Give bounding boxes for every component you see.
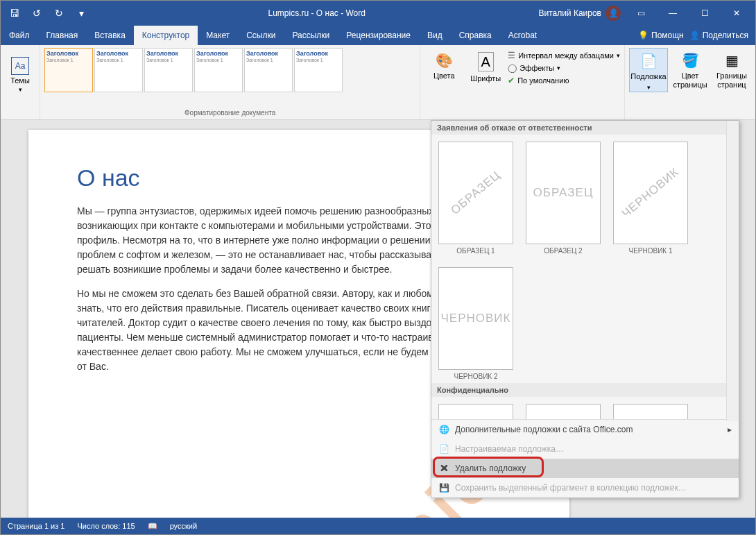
style-set-4[interactable]: ЗаголовокЗаголовок 1	[194, 48, 243, 92]
watermark-option-draft-2[interactable]: ЧЕРНОВИК ЧЕРНОВИК 2	[438, 267, 513, 380]
style-set-5[interactable]: ЗаголовокЗаголовок 1	[244, 48, 293, 92]
dropdown-scrollbar[interactable]	[726, 121, 739, 421]
watermark-button[interactable]: 📄Подложка▾	[629, 48, 668, 92]
page-color-button[interactable]: 🪣Цвет страницы	[671, 48, 710, 90]
dd-section-confidential: Конфиденциально	[431, 383, 739, 397]
chevron-down-icon: ▾	[19, 86, 22, 93]
maximize-button[interactable]: ☐	[689, 1, 721, 26]
spacing-icon: ☰	[508, 51, 515, 60]
fonts-icon: A	[478, 52, 494, 71]
more-watermarks-office[interactable]: 🌐Дополнительные подложки с сайта Office.…	[431, 420, 739, 439]
app-window: 🖫 ↺ ↻ ▾ Lumpics.ru - О нас - Word Витали…	[0, 0, 756, 535]
save-icon[interactable]: 🖫	[5, 3, 24, 23]
fonts-button[interactable]: AШрифты	[466, 48, 505, 83]
tab-mailings[interactable]: Рассылки	[284, 26, 338, 45]
group-label-formatting: Форматирование документа	[44, 108, 415, 118]
globe-icon: 🌐	[438, 424, 449, 435]
watermark-icon: 📄	[640, 53, 658, 69]
tab-insert[interactable]: Вставка	[86, 26, 134, 45]
watermark-option-conf-1[interactable]	[438, 404, 513, 419]
status-bar: Страница 1 из 1 Число слов: 115 📖 русски…	[1, 518, 755, 534]
page-icon: 📄	[438, 443, 449, 455]
style-set-2[interactable]: ЗаголовокЗаголовок 1	[94, 48, 143, 92]
tell-me[interactable]: 💡Помощн	[638, 31, 684, 40]
check-icon: ✔	[508, 76, 515, 85]
document-formatting-group: ЗаголовокЗаголовок 1 ЗаголовокЗаголовок …	[40, 45, 420, 119]
themes-group: Aa Темы ▾	[1, 45, 40, 119]
bucket-icon: 🪣	[682, 52, 699, 69]
tab-file[interactable]: Файл	[1, 26, 38, 45]
dd-section-disclaimers: Заявления об отказе от ответственности	[431, 121, 739, 135]
chevron-down-icon: ▾	[647, 84, 651, 92]
window-title: Lumpics.ru - О нас - Word	[95, 8, 538, 18]
style-set-1[interactable]: ЗаголовокЗаголовок 1	[44, 48, 93, 92]
ribbon: Aa Темы ▾ ЗаголовокЗаголовок 1 Заголовок…	[1, 45, 755, 120]
qat-more-icon[interactable]: ▾	[71, 3, 91, 23]
tab-help[interactable]: Справка	[451, 26, 500, 45]
share-icon: 👤	[689, 31, 700, 40]
watermark-dropdown: Заявления об отказе от ответственности О…	[431, 120, 739, 498]
watermark-option-sample-1[interactable]: ОБРАЗЕЦ ОБРАЗЕЦ 1	[438, 142, 513, 255]
page-borders-button[interactable]: ▦Границы страниц	[712, 48, 751, 90]
style-gallery[interactable]: ЗаголовокЗаголовок 1 ЗаголовокЗаголовок …	[44, 48, 343, 92]
status-page[interactable]: Страница 1 из 1	[8, 522, 65, 530]
themes-icon: Aa	[11, 57, 29, 75]
watermark-option-draft-1[interactable]: ЧЕРНОВИК ЧЕРНОВИК 1	[613, 142, 688, 255]
themes-button[interactable]: Aa Темы ▾	[5, 48, 35, 102]
redo-icon[interactable]: ↻	[49, 3, 69, 23]
tab-references[interactable]: Ссылки	[238, 26, 284, 45]
watermark-option-conf-3[interactable]	[613, 404, 688, 419]
watermark-option-sample-2[interactable]: ОБРАЗЕЦ ОБРАЗЕЦ 2	[526, 142, 601, 255]
proofing-icon[interactable]: 📖	[148, 522, 157, 531]
effects-icon: ◯	[508, 63, 517, 73]
quick-access-toolbar: 🖫 ↺ ↻ ▾	[1, 3, 95, 23]
custom-watermark[interactable]: 📄Настраиваемая подложка…	[431, 439, 739, 459]
ribbon-tabs: Файл Главная Вставка Конструктор Макет С…	[1, 26, 755, 45]
save-icon: 💾	[438, 482, 449, 493]
tutorial-highlight	[433, 457, 544, 477]
tab-review[interactable]: Рецензирование	[338, 26, 419, 45]
status-word-count[interactable]: Число слов: 115	[77, 522, 135, 530]
style-set-6[interactable]: ЗаголовокЗаголовок 1	[294, 48, 343, 92]
save-selection-to-gallery: 💾Сохранить выделенный фрагмент в коллекц…	[431, 478, 739, 498]
colors-fonts-group: 🎨Цвета AШрифты ☰Интервал между абзацами▾…	[420, 45, 625, 119]
effects-button[interactable]: ◯Эффекты▾	[508, 63, 620, 73]
tab-view[interactable]: Вид	[419, 26, 451, 45]
arrow-right-icon: ▸	[728, 425, 732, 434]
paragraph-spacing-button[interactable]: ☰Интервал между абзацами▾	[508, 51, 620, 60]
tab-acrobat[interactable]: Acrobat	[500, 26, 545, 45]
user-name[interactable]: Виталий Каиров	[538, 8, 601, 18]
close-button[interactable]: ✕	[721, 1, 753, 26]
tab-home[interactable]: Главная	[38, 26, 87, 45]
colors-button[interactable]: 🎨Цвета	[424, 48, 463, 80]
page-background-group: 📄Подложка▾ 🪣Цвет страницы ▦Границы стран…	[625, 45, 755, 119]
style-set-3[interactable]: ЗаголовокЗаголовок 1	[144, 48, 193, 92]
share-button[interactable]: 👤Поделиться	[689, 31, 748, 40]
borders-icon: ▦	[725, 52, 739, 69]
status-language[interactable]: русский	[170, 522, 197, 530]
title-bar: 🖫 ↺ ↻ ▾ Lumpics.ru - О нас - Word Витали…	[1, 1, 755, 26]
undo-icon[interactable]: ↺	[27, 3, 46, 23]
watermark-option-conf-2[interactable]	[526, 404, 601, 419]
set-default-button[interactable]: ✔По умолчанию	[508, 76, 620, 85]
avatar[interactable]: 👤	[605, 6, 621, 21]
ribbon-options-icon[interactable]: ▭	[625, 1, 657, 26]
colors-icon: 🎨	[436, 52, 453, 69]
bulb-icon: 💡	[638, 31, 648, 40]
tab-design[interactable]: Конструктор	[134, 26, 198, 45]
remove-watermark[interactable]: 🗙Удалить подложку	[431, 459, 739, 478]
minimize-button[interactable]: —	[657, 1, 689, 26]
tab-layout[interactable]: Макет	[198, 26, 238, 45]
